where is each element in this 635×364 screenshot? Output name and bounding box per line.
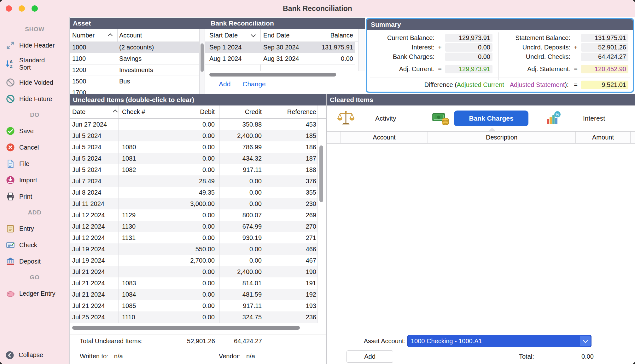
cell-credit: 324.75 bbox=[220, 311, 268, 323]
sidebar-item-import[interactable]: Import bbox=[0, 172, 69, 188]
uncleared-table-row[interactable]: Jul 19 2024550.000.00466 bbox=[70, 243, 326, 255]
uncleared-table-row[interactable]: Jul 7 202428.490.00376 bbox=[70, 175, 326, 187]
cell-balance: 0.00 bbox=[309, 53, 355, 64]
column-header-number[interactable]: Number bbox=[72, 29, 95, 42]
cell-reference: 467 bbox=[268, 255, 318, 266]
cell-gutter bbox=[318, 209, 326, 221]
summary-value: 0.00 bbox=[445, 53, 492, 61]
summary-operator: = bbox=[570, 65, 581, 73]
add-reconciliation-link[interactable]: Add bbox=[219, 80, 230, 88]
summary-rule bbox=[370, 77, 630, 77]
column-header-check[interactable]: Check # bbox=[119, 105, 172, 118]
uncleared-table-row[interactable]: Jul 5 202410820.00917.11188 bbox=[70, 164, 326, 175]
uncleared-table-row[interactable]: Jul 8 202449.350.00355 bbox=[70, 187, 326, 198]
cell-date: Jul 21 2024 bbox=[70, 289, 119, 300]
scrollbar-gutter bbox=[318, 105, 326, 118]
sidebar-item-file[interactable]: File bbox=[0, 156, 69, 172]
sidebar-section-label: GO bbox=[0, 270, 69, 285]
sort-asc-icon bbox=[108, 33, 113, 38]
column-header-description: Description bbox=[428, 132, 575, 143]
asset-table-row[interactable]: 1000(2 accounts) bbox=[70, 42, 199, 53]
asset-account-row: Asset Account: 1000 Checking - 1000.A1 bbox=[327, 334, 635, 348]
summary-label: Unclrd. Deposits: bbox=[497, 44, 570, 51]
uncleared-table-row[interactable]: Jul 21 202410830.00814.01191 bbox=[70, 277, 326, 289]
sidebar-item-check[interactable]: Check bbox=[0, 237, 69, 253]
asset-table-row[interactable]: 1200Investments bbox=[70, 65, 199, 76]
asset-table-row[interactable]: 1100Savings bbox=[70, 53, 199, 65]
sidebar-item-hide-future[interactable]: Hide Future bbox=[0, 91, 69, 107]
uncleared-table-row[interactable]: Jul 5 20240.002,400.00185 bbox=[70, 130, 326, 141]
cell-credit: 350.88 bbox=[220, 119, 268, 130]
sidebar-item-cancel[interactable]: Cancel bbox=[0, 139, 69, 156]
cell-date: Jul 11 2024 bbox=[70, 198, 119, 209]
sidebar-item-ledger-entry[interactable]: Ledger Entry bbox=[0, 285, 69, 302]
summary-label: Unclrd. Checks: bbox=[497, 53, 570, 60]
cell-date: Jul 19 2024 bbox=[70, 243, 119, 255]
sidebar-item-deposit[interactable]: Deposit bbox=[0, 253, 69, 270]
total-label: Total: bbox=[519, 350, 534, 363]
cell-date: Jul 5 2024 bbox=[70, 130, 119, 141]
asset-account-select[interactable]: 1000 Checking - 1000.A1 bbox=[407, 335, 591, 347]
total-value: 0.00 bbox=[547, 350, 594, 363]
difference-label: Difference ( bbox=[424, 81, 457, 88]
cell-check: 1083 bbox=[119, 277, 172, 289]
cell-account: Savings bbox=[117, 53, 199, 64]
cell-debit: 0.00 bbox=[172, 221, 220, 232]
scrollbar-thumb[interactable] bbox=[201, 43, 204, 72]
column-header-start-date[interactable]: Start Date bbox=[209, 29, 238, 42]
cell-account bbox=[117, 87, 199, 94]
cell-check bbox=[119, 175, 172, 187]
interest-icon: % bbox=[545, 110, 562, 127]
collapse-button[interactable]: Collapse bbox=[0, 346, 69, 364]
uncleared-table-row[interactable]: Jul 21 20240.002,400.00190 bbox=[70, 266, 326, 277]
sidebar-item-print[interactable]: Print bbox=[0, 188, 69, 205]
asset-table-row[interactable]: 1700 bbox=[70, 87, 199, 94]
bank-rec-hscroll-thumb[interactable] bbox=[209, 73, 336, 77]
add-cleared-button[interactable]: Add bbox=[347, 350, 393, 363]
bank-charges-button[interactable]: Bank Charges bbox=[454, 111, 528, 126]
summary-row: Bank Charges:-0.00 bbox=[371, 52, 492, 61]
cell-credit: 0.00 bbox=[220, 175, 268, 187]
cell-debit: 0.00 bbox=[172, 311, 220, 323]
sidebar-item-hide-header[interactable]: Hide Header bbox=[0, 37, 69, 54]
tab-activity[interactable]: Activity bbox=[336, 105, 396, 131]
asset-scrollbar bbox=[199, 29, 205, 94]
uncleared-table-row[interactable]: Jul 19 20242,700.000.00467 bbox=[70, 255, 326, 266]
cell-credit: 930.19 bbox=[220, 232, 268, 243]
change-reconciliation-link[interactable]: Change bbox=[242, 80, 266, 88]
uncleared-table-row[interactable]: Jul 12 202411300.00674.99270 bbox=[70, 221, 326, 232]
uncleared-table-row[interactable]: Jul 12 202411290.00800.07269 bbox=[70, 209, 326, 221]
sidebar-item-hide-voided[interactable]: Hide Voided bbox=[0, 74, 69, 91]
cell-gutter bbox=[318, 266, 326, 277]
bank-rec-table-row[interactable]: Aug 1 2024Aug 31 20240.00 bbox=[205, 53, 355, 65]
app-window: Bank Reconciliation SHOWHide HeaderAZSta… bbox=[0, 0, 635, 364]
uncleared-hscroll-thumb[interactable] bbox=[72, 326, 300, 330]
summary-operator: - bbox=[434, 53, 445, 60]
sidebar-item-standard-sort[interactable]: AZStandard Sort bbox=[0, 54, 69, 74]
sidebar-item-label: Hide Future bbox=[19, 95, 52, 103]
sidebar-item-entry[interactable]: Entry bbox=[0, 220, 69, 237]
uncleared-table-row[interactable]: Jul 11 20243,000.000.00230 bbox=[70, 198, 326, 209]
cell-debit: 49.35 bbox=[172, 187, 220, 198]
uncleared-table-row[interactable]: Jul 21 202410840.00481.59192 bbox=[70, 289, 326, 300]
column-header-amount: Amount bbox=[575, 132, 630, 143]
tab-interest[interactable]: % Interest bbox=[545, 105, 605, 131]
uncleared-table-row[interactable]: Jul 25 202411100.00324.75236 bbox=[70, 311, 326, 323]
summary-operator: + bbox=[570, 44, 581, 51]
uncleared-table-row[interactable]: Jul 5 202410810.00434.32187 bbox=[70, 153, 326, 164]
column-header-date[interactable]: Date bbox=[70, 105, 119, 118]
uncleared-table-row[interactable]: Jun 27 20240.00350.88453 bbox=[70, 119, 326, 130]
dropdown-caret-icon bbox=[251, 32, 256, 37]
difference-separator: - bbox=[504, 81, 510, 88]
uncleared-table-row[interactable]: Jul 12 202411310.00930.19271 bbox=[70, 232, 326, 243]
uncleared-table-row[interactable]: Jul 21 202410850.00917.11193 bbox=[70, 300, 326, 311]
uncleared-vscroll-thumb[interactable] bbox=[319, 145, 323, 202]
tab-bank-charges[interactable]: Bank Charges bbox=[432, 105, 528, 131]
column-header-account[interactable]: Account bbox=[119, 29, 142, 42]
cell-gutter bbox=[318, 130, 326, 141]
bank-rec-table-row[interactable]: Sep 1 2024Sep 30 2024131,975.91 bbox=[205, 42, 355, 53]
adjusted-statement-label: Adjusted Statement bbox=[510, 81, 565, 88]
uncleared-table-row[interactable]: Jul 5 202410800.00786.99186 bbox=[70, 141, 326, 153]
asset-table-row[interactable]: 1500Bus bbox=[70, 76, 199, 87]
sidebar-item-save[interactable]: Save bbox=[0, 123, 69, 139]
